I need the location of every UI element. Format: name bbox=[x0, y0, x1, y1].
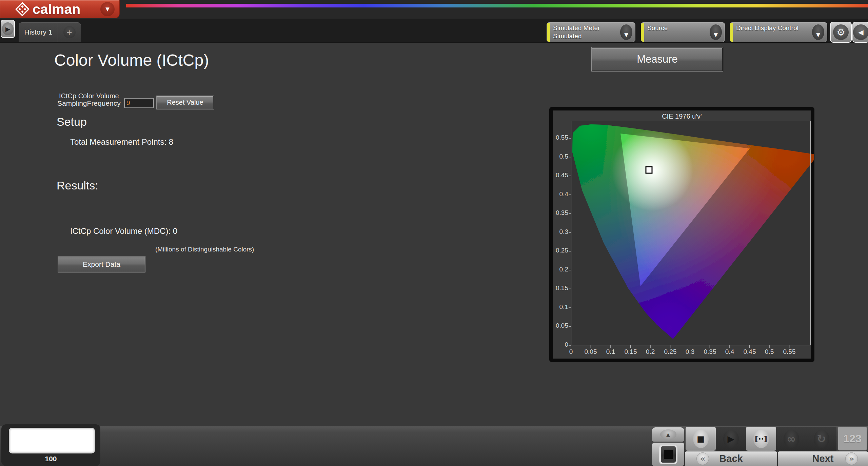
next-button[interactable]: Next » bbox=[778, 451, 868, 466]
settings-button[interactable]: ⚙ bbox=[830, 22, 852, 43]
add-tab-button[interactable]: + bbox=[63, 26, 76, 38]
x-tick-label: 0.4 bbox=[719, 348, 740, 356]
y-tick-label: 0.3 bbox=[553, 228, 568, 236]
chevron-left-icon: ◀ bbox=[853, 24, 868, 40]
cie-chart-inner: CIE 1976 u'v' bbox=[553, 110, 811, 359]
page-title: Color Volume (ICtCp) bbox=[54, 51, 209, 69]
result-note-text: (Millions of Distinguishable Colors) bbox=[155, 246, 254, 253]
reset-value-button[interactable]: Reset Value bbox=[157, 96, 214, 109]
meter-panel[interactable]: Simulated Meter Simulated ▼ bbox=[547, 22, 635, 42]
gear-icon: ⚙ bbox=[833, 24, 849, 40]
pattern-preview-swatch bbox=[9, 428, 95, 453]
meter-panel-accent bbox=[547, 23, 550, 42]
chart-title: CIE 1976 u'v' bbox=[553, 113, 811, 120]
setup-heading: Setup bbox=[57, 115, 87, 128]
chevron-up-icon: ▲ bbox=[660, 429, 676, 440]
y-tick-label: 0.4 bbox=[553, 190, 568, 199]
display-panel-accent bbox=[730, 23, 733, 42]
x-tick-label: 0.25 bbox=[660, 348, 680, 356]
export-data-button[interactable]: Export Data bbox=[58, 257, 145, 272]
x-tick-label: 0.15 bbox=[620, 348, 641, 356]
rainbow-gradient-strip bbox=[126, 4, 868, 7]
play-button[interactable]: ▶ bbox=[716, 427, 746, 451]
continuous-measure-button[interactable]: ∞ bbox=[776, 427, 806, 451]
stop-icon: ■ bbox=[693, 430, 709, 448]
calman-logo-text: calman bbox=[33, 1, 80, 18]
y-tick-label: 0.35 bbox=[553, 209, 568, 217]
calman-app-window: calman ▼ ▶ History 1 + Simulated Meter S… bbox=[0, 0, 868, 466]
back-button[interactable]: « Back bbox=[685, 451, 777, 466]
x-tick-label: 0.3 bbox=[680, 348, 700, 356]
header-bar bbox=[0, 0, 868, 19]
pattern-window-button[interactable] bbox=[652, 443, 684, 466]
chevrons-right-icon: » bbox=[845, 452, 858, 465]
chevron-down-icon[interactable]: ▼ bbox=[620, 24, 632, 40]
sampling-frequency-input[interactable] bbox=[124, 98, 154, 108]
y-tick-label: 0.2 bbox=[553, 266, 568, 274]
infinity-icon: ∞ bbox=[784, 430, 799, 448]
x-tick-label: 0.5 bbox=[759, 348, 780, 356]
results-heading: Results: bbox=[57, 179, 98, 192]
source-panel[interactable]: Source ▼ bbox=[641, 22, 725, 42]
chevron-down-icon[interactable]: ▼ bbox=[812, 24, 824, 40]
x-tick-label: 0.45 bbox=[739, 348, 760, 356]
y-tick-label: 0.05 bbox=[553, 322, 568, 330]
play-right-icon: ▶ bbox=[2, 22, 14, 35]
y-tick-label: 0.25 bbox=[553, 247, 568, 255]
sampling-frequency-label: SamplingFrequency bbox=[57, 99, 121, 107]
x-tick-label: 0.55 bbox=[779, 348, 800, 356]
source-panel-title: Source bbox=[647, 24, 668, 32]
y-tick-label: 0.1 bbox=[553, 303, 568, 311]
display-control-panel[interactable]: Direct Display Control ▼ bbox=[730, 22, 827, 42]
measure-button[interactable]: Measure bbox=[592, 47, 723, 71]
meter-panel-value: Simulated bbox=[553, 32, 600, 40]
y-tick-label: 0.5 bbox=[553, 153, 568, 161]
color-volume-result-text: ICtCp Color Volume (MDC): 0 bbox=[70, 226, 177, 236]
page-subtitle: ICtCp Color Volume bbox=[59, 92, 119, 100]
stop-button[interactable]: ■ bbox=[686, 427, 716, 451]
interval-button[interactable]: [··] bbox=[746, 427, 776, 451]
pattern-window-icon bbox=[659, 445, 677, 464]
calman-logo-icon bbox=[15, 2, 30, 17]
pattern-preview-panel[interactable]: 100 bbox=[1, 424, 100, 466]
chevrons-left-icon: « bbox=[696, 452, 709, 465]
y-tick-label: 0.55 bbox=[553, 134, 568, 142]
chevron-down-icon[interactable]: ▼ bbox=[710, 24, 722, 40]
x-tick-label: 0.2 bbox=[640, 348, 660, 356]
white-point-marker bbox=[646, 167, 652, 173]
total-measurement-points-text: Total Measurement Points: 8 bbox=[70, 137, 173, 147]
collapse-panel-button[interactable]: ◀ bbox=[852, 22, 868, 43]
meter-panel-title: Simulated Meter bbox=[553, 24, 600, 32]
measurement-counter-badge: 123 bbox=[838, 427, 867, 450]
next-button-label: Next bbox=[812, 453, 834, 464]
repeat-button[interactable]: ↻ bbox=[806, 427, 836, 451]
x-tick-label: 0.35 bbox=[700, 348, 720, 356]
refresh-icon: ↻ bbox=[814, 430, 829, 448]
back-button-label: Back bbox=[719, 453, 743, 464]
pattern-level-label: 100 bbox=[1, 455, 100, 463]
y-tick-label: 0.15 bbox=[553, 284, 568, 292]
chevron-down-icon[interactable]: ▼ bbox=[100, 2, 115, 16]
play-icon: ▶ bbox=[723, 430, 739, 448]
interval-icon: [··] bbox=[753, 430, 769, 448]
cie-chart-panel: CIE 1976 u'v' bbox=[549, 107, 814, 362]
y-tick-label: 0.45 bbox=[553, 171, 568, 180]
tab-scroll-button[interactable]: ▶ bbox=[1, 20, 15, 38]
calman-menu-button[interactable]: calman ▼ bbox=[0, 0, 120, 18]
x-tick-label: 0.1 bbox=[600, 348, 621, 356]
source-panel-accent bbox=[641, 23, 644, 42]
x-tick-label: 0.05 bbox=[580, 348, 601, 356]
x-tick-label: 0 bbox=[561, 348, 581, 356]
tab-history-1[interactable]: History 1 + bbox=[19, 22, 81, 42]
display-panel-title: Direct Display Control bbox=[736, 24, 798, 32]
expand-pattern-button[interactable]: ▲ bbox=[652, 427, 684, 442]
cie-1976-chromaticity-diagram bbox=[568, 121, 814, 351]
tab-label: History 1 bbox=[19, 28, 58, 36]
